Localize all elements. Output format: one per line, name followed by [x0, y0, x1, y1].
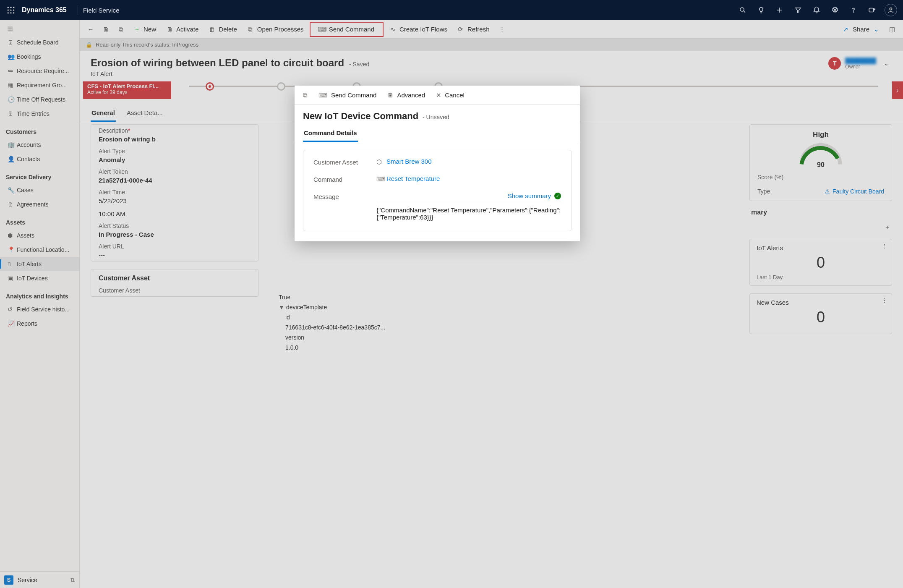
filter-icon[interactable]	[789, 1, 807, 19]
search-icon[interactable]	[733, 1, 752, 19]
plus-icon[interactable]	[770, 1, 789, 19]
svg-line-10	[744, 11, 745, 13]
btn-label: Send Command	[331, 91, 376, 99]
message-body[interactable]: {"CommandName":"Reset Temperature","Para…	[376, 202, 561, 221]
help-icon[interactable]	[844, 1, 863, 19]
modal-advanced-button[interactable]: 🗎Advanced	[383, 89, 429, 102]
modal-title: New IoT Device Command	[303, 111, 418, 121]
quick-create-dialog: ⧉ ⌨Send Command 🗎Advanced ✕Cancel New Io…	[295, 86, 580, 241]
bell-icon[interactable]	[807, 1, 826, 19]
lightbulb-icon[interactable]	[752, 1, 770, 19]
svg-point-9	[740, 8, 744, 11]
svg-point-16	[890, 8, 892, 10]
check-icon: ✓	[554, 193, 561, 199]
command-icon: ⌨	[376, 175, 383, 182]
svg-point-6	[8, 12, 9, 13]
svg-point-8	[13, 12, 14, 13]
show-summary-link[interactable]: Show summary	[508, 192, 551, 199]
gear-icon[interactable]	[826, 1, 844, 19]
modal-command-bar: ⧉ ⌨Send Command 🗎Advanced ✕Cancel	[295, 86, 580, 105]
modal-customer-asset-label: Customer Asset	[313, 158, 376, 166]
modal-cancel-button[interactable]: ✕Cancel	[432, 89, 469, 102]
svg-point-5	[13, 9, 14, 10]
brand-label[interactable]: Dynamics 365	[22, 6, 67, 14]
user-avatar[interactable]	[885, 4, 897, 16]
modal-unsaved: - Unsaved	[423, 114, 449, 120]
teams-icon[interactable]	[863, 1, 881, 19]
btn-label: Cancel	[445, 91, 465, 99]
svg-point-13	[834, 9, 836, 11]
modal-command-link[interactable]: ⌨ Reset Temperature	[376, 175, 561, 182]
btn-label: Advanced	[397, 91, 425, 99]
svg-point-14	[853, 12, 853, 12]
app-launcher-button[interactable]	[3, 2, 19, 18]
global-nav: Dynamics 365 Field Service	[0, 0, 903, 20]
svg-point-2	[13, 7, 14, 8]
modal-send-command-button[interactable]: ⌨Send Command	[314, 89, 381, 102]
svg-rect-15	[869, 8, 874, 12]
cube-icon: ⬡	[376, 158, 383, 165]
svg-point-4	[10, 9, 11, 10]
modal-customer-asset-link[interactable]: ⬡ Smart Brew 300	[376, 158, 561, 165]
app-name[interactable]: Field Service	[83, 7, 120, 14]
nav-divider	[78, 5, 78, 15]
modal-command-label: Command	[313, 175, 376, 183]
modal-popout-button[interactable]: ⧉	[299, 89, 312, 102]
svg-point-0	[8, 7, 9, 8]
modal-tab-command-details[interactable]: Command Details	[303, 127, 358, 142]
modal-message-label: Message	[313, 192, 376, 200]
svg-point-7	[10, 12, 11, 13]
modal-tabs: Command Details	[295, 122, 580, 142]
svg-point-3	[8, 9, 9, 10]
svg-point-1	[10, 7, 11, 8]
modal-panel: Customer Asset ⬡ Smart Brew 300 Command …	[303, 150, 572, 231]
